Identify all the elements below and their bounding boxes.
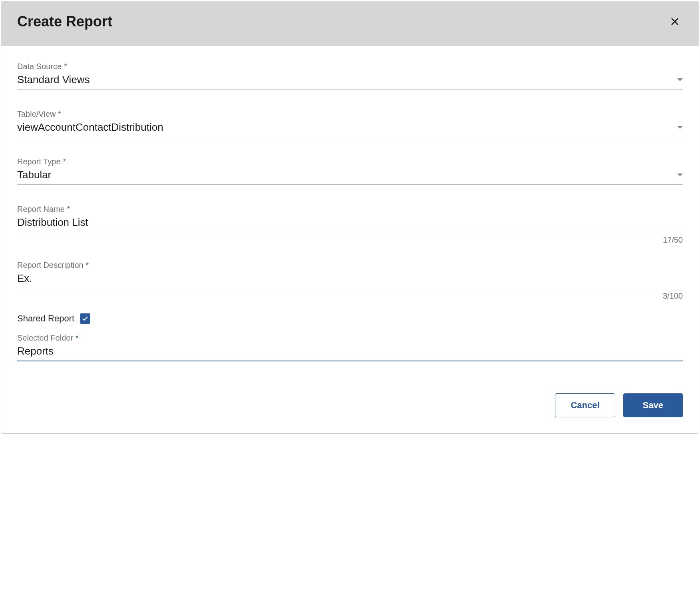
data-source-value: Standard Views <box>17 74 90 86</box>
report-description-counter: 3/100 <box>17 291 683 301</box>
dialog-body: Data Source * Standard Views Table/View … <box>1 46 699 381</box>
report-name-input-wrapper <box>17 215 683 232</box>
dialog-footer: Cancel Save <box>1 381 699 433</box>
cancel-button[interactable]: Cancel <box>555 393 615 417</box>
report-type-field: Report Type * Tabular <box>17 157 683 185</box>
report-name-counter: 17/50 <box>17 235 683 245</box>
chevron-down-icon <box>677 173 683 176</box>
report-description-input[interactable] <box>17 272 683 285</box>
table-view-field: Table/View * viewAccountContactDistribut… <box>17 110 683 137</box>
table-view-label: Table/View * <box>17 110 683 119</box>
create-report-dialog: Create Report Data Source * Standard Vie… <box>1 1 699 434</box>
report-type-select[interactable]: Tabular <box>17 168 683 185</box>
save-button[interactable]: Save <box>623 393 683 417</box>
selected-folder-label: Selected Folder * <box>17 333 683 343</box>
shared-report-row: Shared Report <box>17 313 683 324</box>
dialog-title: Create Report <box>17 13 112 30</box>
selected-folder-input[interactable] <box>17 345 683 357</box>
shared-report-checkbox[interactable] <box>80 313 90 324</box>
data-source-select[interactable]: Standard Views <box>17 73 683 90</box>
shared-report-label: Shared Report <box>17 313 74 324</box>
close-button[interactable] <box>667 14 683 30</box>
chevron-down-icon <box>677 126 683 129</box>
check-icon <box>82 315 89 322</box>
report-name-label: Report Name * <box>17 205 683 214</box>
report-description-input-wrapper <box>17 271 683 288</box>
selected-folder-field: Selected Folder * <box>17 333 683 361</box>
report-type-value: Tabular <box>17 169 51 181</box>
data-source-label: Data Source * <box>17 62 683 71</box>
table-view-select[interactable]: viewAccountContactDistribution <box>17 120 683 137</box>
required-star: * <box>76 333 79 342</box>
report-name-field: Report Name * 17/50 <box>17 205 683 245</box>
chevron-down-icon <box>677 78 683 81</box>
close-icon <box>670 17 680 26</box>
report-description-field: Report Description * 3/100 <box>17 261 683 301</box>
selected-folder-input-wrapper <box>17 344 683 361</box>
dialog-header: Create Report <box>1 1 699 46</box>
selected-folder-label-text: Selected Folder <box>17 333 76 342</box>
table-view-value: viewAccountContactDistribution <box>17 121 163 134</box>
report-name-input[interactable] <box>17 216 683 229</box>
report-type-label: Report Type * <box>17 157 683 166</box>
data-source-field: Data Source * Standard Views <box>17 62 683 90</box>
report-description-label: Report Description * <box>17 261 683 270</box>
